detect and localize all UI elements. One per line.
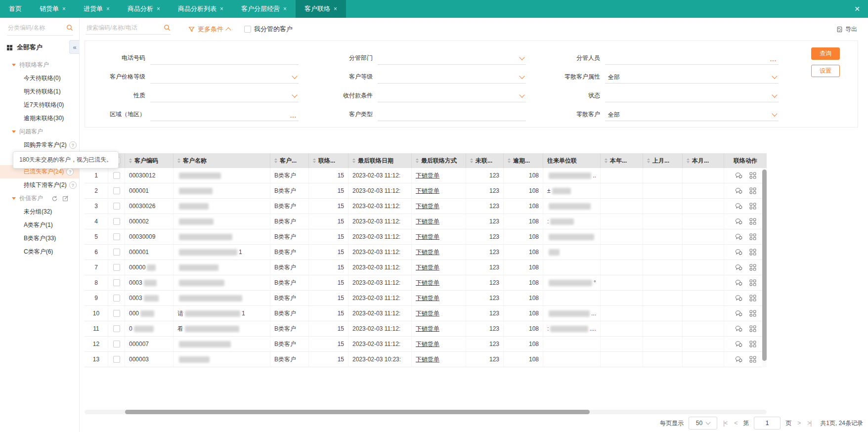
contact-apps-icon[interactable] <box>749 279 756 286</box>
last-page-button[interactable]: >| <box>806 420 812 427</box>
query-button[interactable]: 查询 <box>811 47 840 60</box>
last-contact-method-link[interactable]: 下销货单 <box>416 172 439 180</box>
sort-icon[interactable] <box>605 158 608 163</box>
ellipsis-picker-icon[interactable]: ... <box>290 112 297 119</box>
row-checkbox[interactable] <box>113 341 120 347</box>
sidebar-item-12[interactable]: A类客户(1) <box>0 218 79 232</box>
sidebar-item-1[interactable]: 今天待联络(0) <box>0 72 79 85</box>
row-checkbox[interactable] <box>113 295 120 302</box>
search-icon[interactable] <box>164 24 171 31</box>
sidebar-item-14[interactable]: C类客户(6) <box>0 245 79 259</box>
prev-page-button[interactable]: < <box>733 420 738 427</box>
table-row[interactable]: 12000007B类客户152023-02-03 11:12:下销货单12310… <box>85 337 767 352</box>
contact-apps-icon[interactable] <box>749 356 756 363</box>
sort-icon[interactable] <box>416 158 419 163</box>
more-conditions-toggle[interactable]: 更多条件 <box>188 25 230 34</box>
table-row[interactable]: 700000B类客户152023-02-03 11:12:下销货单123108 <box>85 260 767 275</box>
wechat-contact-icon[interactable] <box>735 233 742 240</box>
sort-icon[interactable] <box>313 158 316 163</box>
wechat-contact-icon[interactable] <box>735 341 742 347</box>
row-checkbox[interactable] <box>113 172 120 179</box>
sort-icon[interactable] <box>508 158 511 163</box>
tab-3[interactable]: 商品分析× <box>119 0 169 18</box>
sort-icon[interactable] <box>274 158 277 163</box>
tab-0[interactable]: 首页 <box>0 0 31 18</box>
contact-apps-icon[interactable] <box>749 172 756 179</box>
horizontal-scrollbar[interactable] <box>85 410 767 414</box>
collapse-sidebar-button[interactable]: « <box>69 40 80 54</box>
column-header-最后联络日期[interactable]: 最后联络日期 <box>348 153 412 168</box>
sidebar-item-11[interactable]: 未分组(32) <box>0 205 79 218</box>
column-header-本月...[interactable]: 本月... <box>683 153 724 168</box>
next-page-button[interactable]: > <box>796 420 801 427</box>
table-row[interactable]: 90003B类客户152023-02-03 11:12:下销货单123108 <box>85 291 767 306</box>
filter-input[interactable]: ... <box>605 52 779 65</box>
my-customers-checkbox[interactable] <box>244 26 251 33</box>
row-checkbox[interactable] <box>113 264 120 271</box>
wechat-contact-icon[interactable] <box>735 203 742 210</box>
filter-select[interactable] <box>150 89 299 102</box>
settings-button[interactable]: 设置 <box>811 65 840 77</box>
row-checkbox[interactable] <box>113 279 120 286</box>
last-contact-method-link[interactable]: 下销货单 <box>416 202 439 211</box>
wechat-contact-icon[interactable] <box>735 310 742 317</box>
last-contact-method-link[interactable]: 下销货单 <box>416 263 439 272</box>
wechat-contact-icon[interactable] <box>735 187 742 194</box>
contact-apps-icon[interactable] <box>749 218 756 225</box>
table-row[interactable]: 13000003B类客户152023-02-03 10:23:下销货单12310… <box>85 352 767 367</box>
table-row[interactable]: 80003B类客户152023-02-03 11:12:下销货单123108° <box>85 275 767 291</box>
help-icon[interactable]: ? <box>69 141 77 149</box>
row-checkbox[interactable] <box>113 233 120 240</box>
last-contact-method-link[interactable]: 下销货单 <box>416 309 439 318</box>
last-contact-method-link[interactable]: 下销货单 <box>416 279 439 287</box>
customer-search-input[interactable] <box>86 24 157 32</box>
filter-input[interactable] <box>378 108 526 121</box>
tab-5[interactable]: 客户分层经营× <box>232 0 296 18</box>
filter-select[interactable] <box>605 89 779 102</box>
column-header-未联...[interactable]: 未联... <box>466 153 504 168</box>
table-row[interactable]: 110看B类客户152023-02-03 11:12:下销货单123108:..… <box>85 321 767 337</box>
column-header-往来单位联[interactable]: 往来单位联 <box>543 153 601 168</box>
sidebar-item-6[interactable]: 回购异常客户(2)? <box>0 138 79 152</box>
sidebar-item-3[interactable]: 近7天待联络(0) <box>0 98 79 112</box>
search-icon[interactable] <box>66 24 73 31</box>
sidebar-item-13[interactable]: B类客户(33) <box>0 232 79 245</box>
sort-icon[interactable] <box>129 158 132 163</box>
close-tab-icon[interactable]: × <box>106 5 110 12</box>
contact-apps-icon[interactable] <box>749 295 756 302</box>
row-checkbox[interactable] <box>113 249 120 256</box>
contact-apps-icon[interactable] <box>749 187 756 194</box>
filter-select[interactable] <box>378 71 526 84</box>
refresh-icon[interactable] <box>51 195 58 202</box>
tab-2[interactable]: 进货单× <box>75 0 119 18</box>
wechat-contact-icon[interactable] <box>735 295 742 302</box>
wechat-contact-icon[interactable] <box>735 218 742 225</box>
close-tab-icon[interactable]: × <box>220 5 223 12</box>
sort-icon[interactable] <box>352 158 355 163</box>
export-button[interactable]: 导出 <box>836 25 857 34</box>
column-header-客户...[interactable]: 客户... <box>270 153 309 168</box>
per-page-select[interactable]: 50 <box>689 417 717 430</box>
sidebar-item-9[interactable]: 持续下滑客户(2)? <box>0 178 79 192</box>
column-header-逾期...[interactable]: 逾期... <box>504 153 543 168</box>
wechat-contact-icon[interactable] <box>735 356 742 363</box>
table-row[interactable]: 2000001B类客户152023-02-03 11:12:下销货单123108… <box>85 183 767 199</box>
edit-icon[interactable] <box>62 195 69 202</box>
sort-icon[interactable] <box>470 158 473 163</box>
column-header-客户名称[interactable]: 客户名称 <box>174 153 270 168</box>
table-row[interactable]: 100030012B类客户152023-02-03 11:12:下销货单1231… <box>85 168 767 183</box>
filter-input[interactable] <box>150 52 299 65</box>
first-page-button[interactable]: |< <box>722 420 728 427</box>
sort-icon[interactable] <box>687 158 690 163</box>
tab-6[interactable]: 客户联络× <box>296 0 346 18</box>
column-header-客户编码[interactable]: 客户编码 <box>125 153 174 168</box>
row-checkbox[interactable] <box>113 325 120 332</box>
customer-search-box[interactable] <box>86 24 171 35</box>
category-search-input[interactable] <box>7 24 60 32</box>
table-row[interactable]: 300030026B类客户152023-02-03 11:12:下销货单1231… <box>85 199 767 214</box>
sidebar-item-all-customers[interactable]: 全部客户 « <box>7 42 79 53</box>
sort-icon[interactable] <box>647 158 650 163</box>
last-contact-method-link[interactable]: 下销货单 <box>416 233 439 241</box>
contact-apps-icon[interactable] <box>749 264 756 271</box>
category-search-box[interactable] <box>7 24 73 36</box>
